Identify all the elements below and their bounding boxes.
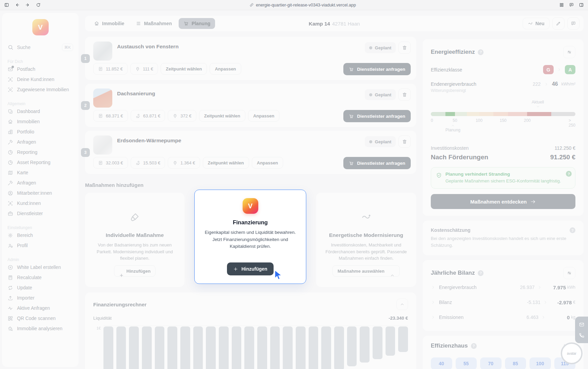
adjust-button[interactable]: Anpassen [210,63,241,75]
chart-bar[interactable] [244,326,254,369]
sidebar-item[interactable]: Deine Kund:innen [7,74,73,84]
chart-bar[interactable] [142,326,152,369]
sidebar-item[interactable]: QR Code scannen [7,313,73,323]
add-finance-button[interactable]: Hinzufügen [227,262,273,275]
finance-spotlight-card[interactable]: V Finanzierung Eigenkapital sichern und … [194,190,306,284]
efficiency-pill[interactable]: 70 [480,357,502,369]
add-individual-button[interactable]: Hinzufügen [114,265,156,277]
help-icon[interactable]: ? [570,227,575,233]
sidebar-item-label: Deine Kund:innen [17,77,54,82]
help-icon[interactable]: ? [478,270,484,276]
adjust-button[interactable]: Anpassen [248,110,279,122]
chart-bar[interactable] [347,326,357,366]
contact-avatar[interactable]: avatar [561,342,583,364]
sidebar-item[interactable]: Asset Reporting [7,157,73,167]
sidebar-item[interactable]: Karte [7,167,73,178]
sidebar-item[interactable]: Aktive Anfragen [7,303,73,313]
sidebar-item[interactable]: Kund:innen [7,198,73,208]
balance-row[interactable]: Energieverbrauch 26.937 7.975 kWh [431,280,575,294]
discover-measures-button[interactable]: Maßnahmen entdecken [431,194,575,209]
delete-measure-button[interactable] [398,89,411,101]
sidebar-item[interactable]: Dienstleister [7,208,73,219]
contact-widget[interactable] [575,317,588,343]
sidebar-item[interactable]: Dashboard [7,106,73,116]
chart-bar[interactable] [206,326,216,369]
sidebar-item[interactable]: Immobilien [7,116,73,127]
sidebar-item[interactable]: Reporting [7,147,73,157]
chart-bar[interactable] [360,326,370,363]
chart-bar[interactable] [219,326,229,369]
sidebar-item[interactable]: Mitarbeiter:innen [7,188,73,198]
energetic-modernisation-card[interactable]: Energetische Modernisierung Investitions… [316,193,416,287]
chart-bar[interactable] [193,326,203,369]
chart-bar[interactable] [180,326,190,369]
panel-toggle-icon[interactable] [579,2,584,7]
chart-bar[interactable] [309,326,318,369]
help-icon[interactable]: ? [471,343,477,349]
sidebar-toggle-icon[interactable] [4,2,9,7]
settings-button[interactable] [563,267,575,279]
edit-button[interactable] [552,17,565,30]
chart-bar[interactable] [103,326,113,369]
sidebar-item[interactable]: Portfolio [7,127,73,137]
search-input[interactable]: Suche ⌘K [7,42,73,52]
chart-bar[interactable] [257,326,267,369]
select-measure-button[interactable]: Maßnahme auswählen [332,265,400,277]
tab-massnahmen[interactable]: Maßnahmen [131,18,177,29]
sidebar-item[interactable]: Importer [7,293,73,303]
sidebar-item[interactable]: Anfragen [7,137,73,147]
settings-button[interactable] [563,46,575,58]
chart-bar[interactable] [232,326,242,369]
sidebar-item[interactable]: Profil [7,240,73,251]
chart-bar[interactable] [270,326,280,369]
efficiency-pill[interactable]: 100 [529,357,551,369]
tab-immobilie[interactable]: Immobilie [89,18,129,29]
sidebar-item[interactable]: Zugewiesene Immobilien [7,84,73,95]
efficiency-pill[interactable]: 40 [431,357,452,369]
chart-bar[interactable] [155,326,165,369]
tab-planung[interactable]: Planung [179,18,215,29]
forward-icon[interactable] [25,2,30,7]
choose-time-button[interactable]: Zeitpunkt wählen [203,157,249,169]
sidebar-item[interactable]: Immobilie analysieren [7,323,73,334]
balance-row[interactable]: Emissionen 6.463 0 kg [431,310,575,324]
chart-bar[interactable] [386,326,395,356]
sidebar-item[interactable]: Postfach [7,64,73,74]
efficiency-pill[interactable]: 85 [505,357,526,369]
delete-measure-button[interactable] [398,42,411,54]
back-icon[interactable] [15,2,20,7]
chart-bar[interactable] [296,326,306,369]
request-provider-button[interactable]: Dienstleister anfragen [343,157,411,169]
sidebar-item[interactable]: Anfragen [7,178,73,188]
chart-bar[interactable] [334,326,344,369]
chart-bar[interactable] [321,326,331,369]
chart-bar[interactable] [116,326,126,369]
sidebar-item[interactable]: Recalculate [7,272,73,283]
help-icon[interactable]: ? [566,171,572,177]
address-bar[interactable]: energie-quartier-git-release-v0343-viadu… [46,3,559,7]
sidebar-item[interactable]: Update [7,283,73,293]
efficiency-pill[interactable]: 55 [456,357,477,369]
chart-bar[interactable] [167,326,177,369]
sidebar-item[interactable]: Bereich [7,230,73,240]
request-provider-button[interactable]: Dienstleister anfragen [343,110,411,122]
chart-bar[interactable] [283,326,293,369]
chart-bar[interactable] [129,326,139,369]
extensions-icon[interactable] [559,2,564,7]
chart-bar[interactable] [398,326,408,352]
comments-button[interactable] [567,17,579,30]
reload-icon[interactable] [36,2,41,7]
individual-measure-card[interactable]: Individuelle Maßnahme Von der Badsanieru… [85,193,184,287]
choose-time-button[interactable]: Zeitpunkt wählen [161,63,207,75]
neu-button[interactable]: Neu [523,18,550,29]
help-icon[interactable]: ? [478,49,484,55]
balance-row[interactable]: Bilanz -5.131 -2.978 € [431,295,575,309]
choose-time-button[interactable]: Zeitpunkt wählen [199,110,245,122]
adjust-button[interactable]: Anpassen [252,157,283,169]
sidebar-item[interactable]: White Label erstellen [7,262,73,272]
chart-bar[interactable] [373,326,382,359]
delete-measure-button[interactable] [398,135,411,148]
workspace-icon[interactable] [569,2,574,7]
request-provider-button[interactable]: Dienstleister anfragen [343,63,411,75]
collapse-button[interactable] [396,299,408,310]
